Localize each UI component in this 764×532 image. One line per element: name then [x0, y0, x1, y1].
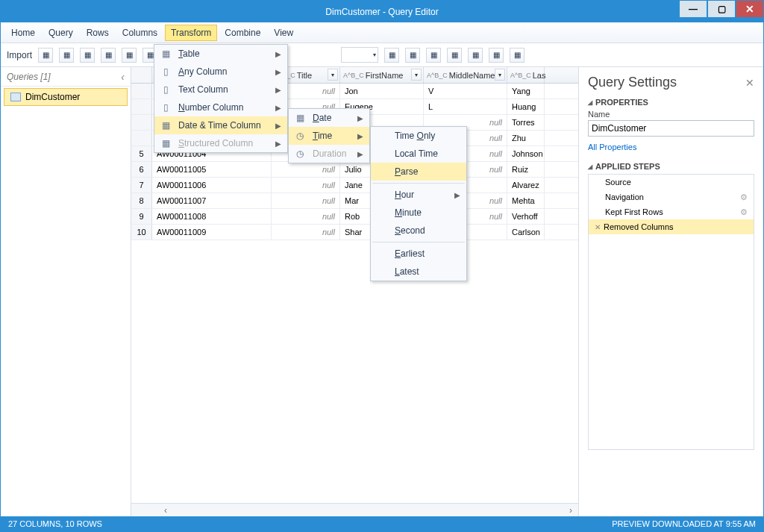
import-button[interactable]: Import — [7, 50, 32, 60]
tb-icon-7[interactable]: ▦ — [384, 48, 399, 63]
applied-steps-section[interactable]: APPLIED STEPS — [588, 162, 754, 171]
tb-icon-13[interactable]: ▦ — [510, 48, 525, 63]
menu-item-time[interactable]: ◷Time▶ — [289, 127, 369, 145]
tb-icon-9[interactable]: ▦ — [426, 48, 441, 63]
tb-icon-8[interactable]: ▦ — [405, 48, 420, 63]
date-time-submenu[interactable]: ▦Date▶◷Time▶◷Duration▶ — [288, 108, 370, 163]
table-row[interactable]: 7AW00011006nullJaneAlvarez — [131, 178, 578, 193]
col-header[interactable]: A^B_CLas — [507, 67, 545, 83]
tb-icon-1[interactable]: ▦ — [38, 48, 53, 63]
queries-pane: Queries [1] ‹ DimCustomer — [1, 67, 131, 516]
table-row[interactable]: 8AW00011007nullMarnullMehta — [131, 193, 578, 209]
cell: Johnson — [507, 146, 545, 161]
menu-item-date-time-column[interactable]: ▦Date & Time Column▶ — [154, 116, 287, 134]
cell: Ruiz — [507, 162, 545, 177]
step-kept-first-rows[interactable]: Kept First Rows⚙ — [589, 204, 754, 219]
col-header[interactable]: A^B_CFirstName▾ — [340, 67, 424, 83]
tb-icon-2[interactable]: ▦ — [59, 48, 74, 63]
menu-view[interactable]: View — [268, 25, 299, 41]
menu-icon: ▦ — [159, 120, 172, 131]
menu-rows[interactable]: Rows — [81, 25, 115, 41]
cell: Zhu — [507, 131, 545, 145]
table-row[interactable]: 6AW00011005nullJulionullRuiz — [131, 162, 578, 178]
tb-icon-10[interactable]: ▦ — [447, 48, 462, 63]
table-row[interactable]: 10AW00011009nullSharCarlson — [131, 225, 578, 240]
menu-item-local-time[interactable]: Local Time — [371, 145, 466, 163]
menu-query[interactable]: Query — [43, 25, 79, 41]
menu-columns[interactable]: Columns — [116, 25, 163, 41]
horizontal-scrollbar[interactable]: ‹ › — [131, 503, 578, 516]
name-input[interactable] — [588, 120, 754, 137]
step-navigation[interactable]: Navigation⚙ — [589, 190, 754, 204]
scroll-left-icon[interactable]: ‹ — [158, 505, 173, 516]
time-submenu[interactable]: Time OnlyLocal TimeParseHour▶MinuteSecon… — [370, 126, 467, 281]
menu-label: Hour — [395, 190, 414, 200]
col-header[interactable] — [131, 67, 152, 83]
menu-item-earliest[interactable]: Earliest — [371, 245, 466, 263]
cell: AW00011009 — [152, 225, 272, 240]
title-controls: — ▢ ✕ — [680, 1, 763, 17]
menu-item-hour[interactable]: Hour▶ — [371, 186, 466, 204]
menu-item-time-only[interactable]: Time Only — [371, 127, 466, 145]
minimize-button[interactable]: — — [680, 1, 707, 17]
menu-transform[interactable]: Transform — [165, 25, 217, 41]
cell: null — [272, 209, 340, 224]
col-filter-icon[interactable]: ▾ — [411, 69, 422, 81]
step-label: Removed Columns — [604, 222, 674, 231]
cell: null — [272, 225, 340, 240]
step-source[interactable]: Source — [589, 175, 754, 190]
col-header[interactable]: A^B_CMiddleName▾ — [424, 67, 507, 83]
transform-menu[interactable]: ▦Table▶▯Any Column▶▯Text Column▶▯Number … — [154, 44, 288, 153]
tb-icon-5[interactable]: ▦ — [122, 48, 137, 63]
menu-label: Date — [313, 113, 331, 123]
queries-header[interactable]: Queries [1] ‹ — [1, 67, 131, 87]
menu-item-number-column[interactable]: ▯Number Column▶ — [154, 98, 287, 116]
step-removed-columns[interactable]: ✕Removed Columns — [589, 219, 754, 234]
menu-item-minute[interactable]: Minute — [371, 204, 466, 222]
tb-icon-11[interactable]: ▦ — [468, 48, 483, 63]
menu-item-latest[interactable]: Latest — [371, 263, 466, 281]
cell: 8 — [131, 193, 152, 208]
cell: 7 — [131, 178, 152, 193]
cell: Verhoff — [507, 209, 545, 224]
submenu-arrow-icon: ▶ — [275, 122, 281, 130]
close-button[interactable]: ✕ — [736, 1, 763, 17]
menu-item-second[interactable]: Second — [371, 222, 466, 240]
tb-icon-12[interactable]: ▦ — [489, 48, 504, 63]
cell: AW00011005 — [152, 162, 272, 177]
queries-header-label: Queries [1] — [7, 72, 51, 82]
menu-item-text-column[interactable]: ▯Text Column▶ — [154, 81, 287, 98]
col-filter-icon[interactable]: ▾ — [328, 69, 338, 81]
cell: 9 — [131, 209, 152, 224]
menu-item-any-column[interactable]: ▯Any Column▶ — [154, 63, 287, 81]
scroll-right-icon[interactable]: › — [563, 505, 578, 516]
table-row[interactable]: 9AW00011008nullRobnullVerhoff — [131, 209, 578, 225]
menu-item-parse[interactable]: Parse — [371, 163, 466, 181]
menu-label: Duration — [313, 148, 346, 159]
gear-icon[interactable]: ⚙ — [740, 193, 748, 202]
settings-close-icon[interactable]: ✕ — [745, 77, 754, 89]
cell: Torres — [507, 115, 545, 130]
submenu-arrow-icon: ▶ — [357, 132, 363, 140]
cell: Yang — [507, 84, 545, 98]
tb-dropdown[interactable]: ▾ — [341, 47, 378, 63]
query-item-label: DimCustomer — [25, 92, 80, 102]
delete-step-icon[interactable]: ✕ — [595, 223, 601, 231]
all-properties-link[interactable]: All Properties — [588, 143, 754, 151]
menu-home[interactable]: Home — [5, 25, 41, 41]
menu-item-table[interactable]: ▦Table▶ — [154, 45, 287, 63]
cell: Alvarez — [507, 178, 545, 193]
maximize-button[interactable]: ▢ — [708, 1, 735, 17]
cell: 5 — [131, 146, 152, 161]
tb-icon-3[interactable]: ▦ — [80, 48, 95, 63]
menu-icon: ◷ — [293, 131, 307, 141]
menu-label: Any Column — [178, 66, 227, 77]
submenu-arrow-icon: ▶ — [357, 114, 363, 122]
properties-section[interactable]: PROPERTIES — [588, 98, 754, 107]
gear-icon[interactable]: ⚙ — [740, 207, 748, 217]
menu-combine[interactable]: Combine — [219, 25, 266, 41]
tb-icon-4[interactable]: ▦ — [101, 48, 116, 63]
query-item-dimcustomer[interactable]: DimCustomer — [4, 88, 128, 106]
menu-item-date[interactable]: ▦Date▶ — [289, 109, 369, 127]
col-filter-icon[interactable]: ▾ — [495, 69, 505, 81]
